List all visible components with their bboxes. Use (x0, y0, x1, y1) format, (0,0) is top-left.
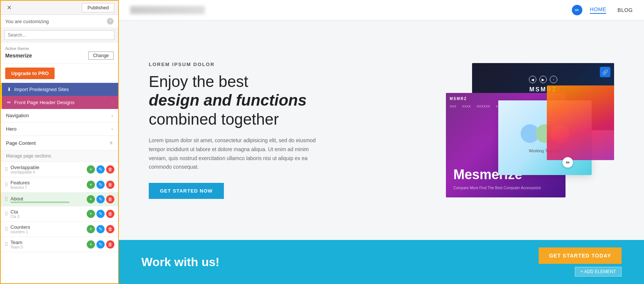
active-theme-row: Mesmerize Change (5, 52, 114, 60)
edit-section-button[interactable]: ✎ (96, 210, 105, 218)
drag-handle[interactable]: ⠿ (4, 196, 8, 202)
section-sub: Team 5 (10, 245, 84, 249)
section-row-about: ⠿ About + ✎ 🗑 (1, 193, 118, 206)
section-name: Cta (10, 209, 84, 215)
card2-sub: Compare More Find The Best Computer Acce… (453, 186, 541, 190)
customizer-panel: ✕ Published You are customizing ? Active… (0, 0, 119, 284)
nav-link-blog[interactable]: BLOG (617, 7, 633, 13)
upgrade-button[interactable]: Upgrade to PRO (5, 68, 55, 79)
section-row-cta: ⠿ Cta Cta 3 + ✎ 🗑 (1, 206, 118, 222)
customizing-bar: You are customizing ? (1, 15, 118, 28)
drag-handle[interactable]: ⠿ (4, 211, 8, 217)
add-section-button[interactable]: + (87, 225, 95, 233)
site-logo (130, 6, 205, 14)
search-bar (1, 28, 118, 43)
hero-title: Enjoy the best design and functions comb… (149, 72, 328, 129)
site-nav-links: HOME BLOG (590, 6, 633, 14)
panel-scroll-area: Active theme Mesmerize Change Upgrade to… (1, 43, 118, 283)
edit-section-button[interactable]: ✎ (96, 181, 105, 189)
cta-button[interactable]: GET STARTED TODAY (539, 247, 622, 264)
close-button[interactable]: ✕ (4, 3, 14, 12)
section-row-overlappable: ⠿ Overlappable overlappable 4 + ✎ 🗑 (1, 162, 118, 177)
add-section-button[interactable]: + (87, 210, 95, 218)
help-icon[interactable]: ? (107, 18, 114, 25)
section-row-team: ⠿ Team Team 5 + ✎ 🗑 (1, 237, 118, 252)
import-icon: ⬇ (7, 87, 11, 92)
sidebar-item-page-content[interactable]: Page Content + (1, 136, 118, 150)
hero-section: LOREM IPSUM DOLOR Enjoy the best design … (119, 21, 644, 240)
manage-sections-label: Manage page sections (6, 153, 51, 159)
section-name: About (10, 196, 84, 202)
import-label: Import Predesigned Sites (14, 87, 69, 92)
add-section-button[interactable]: + (87, 195, 95, 203)
sidebar-item-hero[interactable]: Hero › (1, 122, 118, 136)
hero-title-line3: combined together (149, 110, 279, 128)
plus-icon: + (110, 140, 113, 146)
active-theme-label: Active theme (5, 46, 114, 51)
edit-section-button[interactable]: ✎ (96, 195, 105, 203)
delete-section-button[interactable]: 🗑 (106, 225, 114, 233)
edit-pencil-icon[interactable]: ✏ (563, 157, 573, 168)
section-sub: overlappable 4 (10, 170, 84, 174)
section-actions: + ✎ 🗑 (87, 210, 114, 218)
section-name: Features (10, 180, 84, 185)
section-actions: + ✎ 🗑 (87, 240, 114, 249)
delete-section-button[interactable]: 🗑 (106, 240, 114, 249)
chevron-right-icon: › (111, 127, 113, 132)
edit-section-button[interactable]: ✎ (96, 165, 105, 174)
add-section-button[interactable]: + (87, 181, 95, 189)
sidebar-item-front-page[interactable]: ✏ Front Page Header Designs › (1, 96, 118, 109)
published-button[interactable]: Published (82, 3, 114, 12)
top-bar: ✕ Published (1, 1, 118, 15)
hero-text: LOREM IPSUM DOLOR Enjoy the best design … (149, 62, 328, 199)
cta-title: Work with us! (141, 255, 219, 269)
hero-title-line1: Enjoy the best (149, 73, 248, 90)
section-info: Counters counters 1 (10, 224, 84, 234)
drag-handle[interactable]: ⠿ (4, 166, 8, 172)
section-name: Team (10, 240, 84, 245)
section-info: Overlappable overlappable 4 (10, 165, 84, 174)
hero-cta-button[interactable]: GET STARTED NOW (149, 183, 224, 199)
drag-handle[interactable]: ⠿ (4, 241, 8, 247)
cta-right: GET STARTED TODAY + ADD ELEMENT (539, 247, 622, 277)
section-info: About (10, 196, 84, 203)
section-info: Team Team 5 (10, 240, 84, 249)
delete-section-button[interactable]: 🗑 (106, 165, 114, 174)
hero-label: Hero (6, 126, 16, 132)
section-sub (10, 202, 70, 203)
hero-images-collage: ◀ ▶ ↑ MSMRZ BUILD YOUR CAREER If opportu… (446, 63, 614, 197)
front-page-icon: ✏ (7, 100, 11, 105)
section-row-counters: ⠿ Counters counters 1 + ✎ 🗑 (1, 222, 118, 237)
sidebar-item-navigation[interactable]: Navigation › (1, 109, 118, 122)
manage-sections-header: Manage page sections (1, 150, 118, 162)
site-preview: ✏ HOME BLOG LOREM IPSUM DOLOR Enjoy the … (119, 0, 644, 284)
delete-section-button[interactable]: 🗑 (106, 195, 114, 203)
delete-section-button[interactable]: 🗑 (106, 181, 114, 189)
section-actions: + ✎ 🗑 (87, 225, 114, 233)
drag-handle[interactable]: ⠿ (4, 226, 8, 232)
chevron-right-icon: › (111, 100, 113, 105)
nav-edit-icon[interactable]: ✏ (572, 5, 582, 15)
add-element-button[interactable]: + ADD ELEMENT (575, 267, 622, 277)
add-section-button[interactable]: + (87, 165, 95, 174)
hero-description: Lorem ipsum dolor sit amet, consectetur … (149, 136, 328, 172)
section-sub: counters 1 (10, 230, 84, 234)
navigation-label: Navigation (6, 113, 29, 118)
section-actions: + ✎ 🗑 (87, 165, 114, 174)
search-input[interactable] (4, 30, 114, 40)
section-info: Cta Cta 3 (10, 209, 84, 219)
sidebar-item-import[interactable]: ⬇ Import Predesigned Sites (1, 83, 118, 96)
chevron-right-icon: › (111, 113, 113, 118)
drag-handle[interactable]: ⠿ (4, 182, 8, 188)
site-main: LOREM IPSUM DOLOR Enjoy the best design … (119, 21, 644, 284)
link-icon[interactable]: 🔗 (600, 67, 610, 77)
add-section-button[interactable]: + (87, 240, 95, 249)
hero-eyebrow: LOREM IPSUM DOLOR (149, 62, 328, 67)
change-theme-button[interactable]: Change (88, 52, 114, 60)
edit-section-button[interactable]: ✎ (96, 240, 105, 249)
collage-card-4 (547, 85, 614, 160)
nav-link-home[interactable]: HOME (590, 6, 606, 14)
delete-section-button[interactable]: 🗑 (106, 210, 114, 218)
edit-section-button[interactable]: ✎ (96, 225, 105, 233)
theme-name: Mesmerize (5, 53, 32, 59)
